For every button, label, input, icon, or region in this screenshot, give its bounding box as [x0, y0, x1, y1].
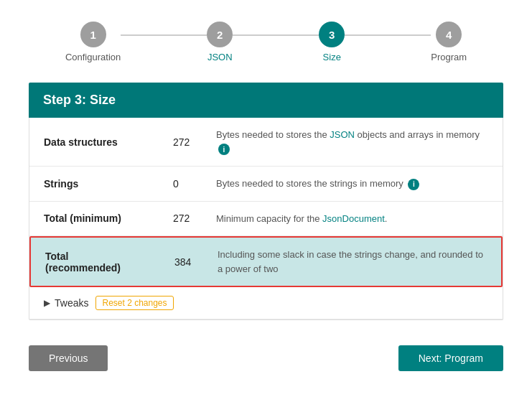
step-4-label: Program — [431, 52, 467, 62]
next-button[interactable]: Next: Program — [398, 345, 503, 371]
json-link-1: JSON — [330, 129, 355, 140]
row-desc-strings: Bytes needed to stores the strings in me… — [216, 177, 488, 191]
stepper: 1 Configuration 2 JSON 3 Size 4 Program — [29, 22, 503, 62]
connector-3-4 — [345, 34, 431, 36]
row-label-total-recommended: Total(recommended) — [45, 251, 174, 274]
step-2: 2 JSON — [207, 22, 233, 62]
step-1: 1 Configuration — [65, 22, 121, 62]
row-desc-total-minimum: Minimum capacity for the JsonDocument. — [216, 212, 488, 226]
info-icon-2[interactable]: i — [408, 179, 419, 190]
tweaks-toggle[interactable]: ▶ Tweaks — [44, 297, 88, 309]
step-1-circle: 1 — [80, 22, 106, 47]
row-label-strings: Strings — [44, 178, 173, 190]
tweaks-row: ▶ Tweaks Reset 2 changes — [29, 287, 503, 319]
tweaks-badge[interactable]: Reset 2 changes — [95, 296, 173, 310]
connector-2-3 — [233, 34, 319, 36]
row-value-total-recommended: 384 — [174, 256, 218, 268]
row-total-recommended: Total(recommended) 384 Including some sl… — [29, 236, 503, 287]
footer: Previous Next: Program — [29, 335, 503, 375]
step-header-title: Step 3: Size — [43, 93, 116, 107]
step-4: 4 Program — [431, 22, 467, 62]
step-2-circle: 2 — [207, 22, 233, 47]
previous-button[interactable]: Previous — [29, 345, 108, 371]
row-value-total-minimum: 272 — [173, 212, 216, 224]
row-value-data-structures: 272 — [173, 136, 216, 148]
step-2-label: JSON — [207, 52, 233, 62]
step-header: Step 3: Size — [29, 83, 503, 118]
tweaks-label: Tweaks — [55, 297, 88, 309]
step-3-label: Size — [323, 52, 341, 62]
row-label-data-structures: Data structures — [44, 136, 173, 148]
row-label-total-minimum: Total (minimum) — [44, 212, 173, 224]
row-value-strings: 0 — [173, 178, 216, 190]
step-1-label: Configuration — [65, 52, 121, 62]
row-desc-total-recommended: Including some slack in case the strings… — [218, 248, 487, 276]
step-3-circle: 3 — [319, 22, 345, 47]
connector-1-2 — [121, 34, 207, 36]
step-4-circle: 4 — [436, 22, 462, 47]
row-data-structures: Data structures 272 Bytes needed to stor… — [29, 118, 503, 167]
row-desc-data-structures: Bytes needed to stores the JSON objects … — [216, 128, 488, 156]
step-3: 3 Size — [319, 22, 345, 62]
row-strings: Strings 0 Bytes needed to stores the str… — [29, 167, 503, 202]
content-area: Data structures 272 Bytes needed to stor… — [29, 118, 503, 320]
json-document-link[interactable]: JsonDocument — [322, 213, 385, 224]
info-icon-1[interactable]: i — [218, 144, 230, 155]
tweaks-arrow: ▶ — [44, 298, 50, 308]
main-container: 1 Configuration 2 JSON 3 Size 4 Program … — [0, 0, 532, 397]
row-total-minimum: Total (minimum) 272 Minimum capacity for… — [29, 202, 503, 237]
